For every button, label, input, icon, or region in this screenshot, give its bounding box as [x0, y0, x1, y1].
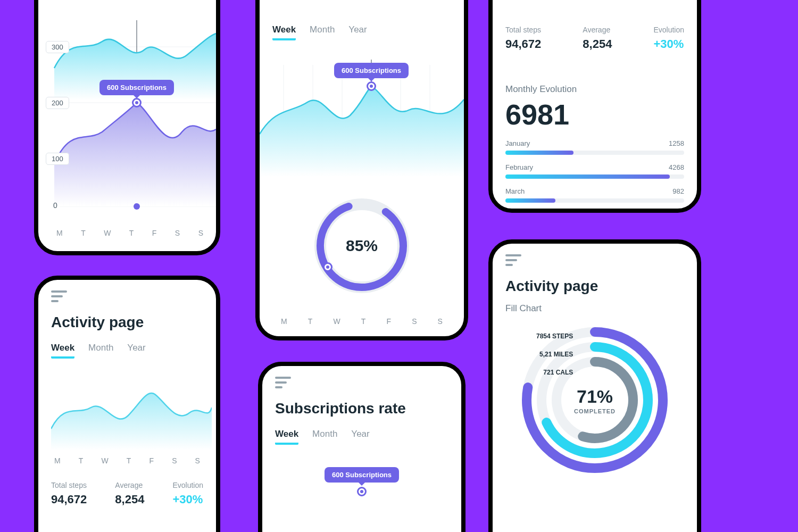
- stat-value: +30%: [653, 37, 684, 51]
- stat-label: Total steps: [505, 26, 541, 34]
- ring-center: 71% COMPLETED: [515, 320, 675, 480]
- section-title: Monthly Evolution: [505, 84, 684, 95]
- day-t: T: [79, 456, 84, 465]
- bar-february: February4268: [505, 163, 684, 179]
- bar-value: 4268: [669, 163, 684, 171]
- day-w: W: [104, 229, 111, 237]
- range-tabs: Week Month Year: [51, 343, 203, 359]
- section-title: Fill Chart: [505, 303, 684, 314]
- page-title: Subscriptions rate: [275, 400, 448, 417]
- day-f: F: [149, 456, 154, 465]
- axis-marker-dot: [134, 203, 140, 210]
- stat-value: 8,254: [115, 493, 144, 506]
- stat-evolution: Evolution +30%: [653, 26, 684, 51]
- tab-week[interactable]: Week: [272, 24, 296, 40]
- monthly-value: 6981: [505, 98, 684, 131]
- chart-highlight-dot: [367, 81, 376, 91]
- tab-year[interactable]: Year: [351, 429, 369, 445]
- range-tabs: Week Month Year: [272, 24, 451, 40]
- tab-month[interactable]: Month: [88, 343, 113, 359]
- menu-icon[interactable]: [505, 254, 521, 266]
- day-m: M: [56, 229, 63, 237]
- stat-label: Average: [115, 481, 144, 489]
- bar-january: January1258: [505, 139, 684, 155]
- tab-month[interactable]: Month: [310, 24, 335, 40]
- stat-average: Average 8,254: [115, 481, 144, 506]
- x-axis: M T W T F S S: [53, 229, 206, 237]
- range-tabs: Week Month Year: [275, 429, 448, 445]
- menu-icon[interactable]: [51, 290, 67, 302]
- ytick-0: 0: [53, 201, 57, 210]
- page-title: Activity page: [505, 278, 684, 295]
- stats-row: Total steps 94,672 Average 8,254 Evoluti…: [505, 26, 684, 51]
- stat-total: Total steps 94,672: [505, 26, 541, 51]
- day-s2: S: [195, 456, 200, 465]
- stat-average: Average 8,254: [583, 26, 612, 51]
- center-sub: COMPLETED: [574, 408, 616, 414]
- card-monthly-evolution: Total steps 94,672 Average 8,254 Evoluti…: [488, 0, 701, 213]
- x-axis: M T W T F S S: [51, 456, 203, 465]
- chart-tooltip: 600 Subscriptions: [99, 80, 174, 95]
- day-s2: S: [198, 229, 203, 237]
- bar-label: March: [505, 187, 525, 195]
- stat-evolution: Evolution +30%: [172, 481, 203, 506]
- stat-value: 8,254: [583, 37, 612, 51]
- day-t2: T: [127, 456, 131, 465]
- day-m: M: [281, 317, 287, 326]
- tab-week[interactable]: Week: [51, 343, 74, 359]
- chart-preview: 600 Subscriptions: [275, 467, 448, 510]
- day-m: M: [54, 456, 61, 465]
- day-t: T: [308, 317, 313, 326]
- stat-total: Total steps 94,672: [51, 481, 87, 506]
- radial-progress: 7854 STEPS 5,21 MILES 721 CALS 71% COMPL…: [515, 320, 675, 480]
- day-s2: S: [438, 317, 443, 326]
- day-s: S: [175, 229, 180, 237]
- day-t2: T: [129, 229, 134, 237]
- bar-value: 982: [672, 187, 684, 195]
- stat-value: 94,672: [51, 493, 87, 506]
- card-activity-page: Activity page Week Month Year M T W T F: [34, 276, 220, 532]
- day-w: W: [333, 317, 340, 326]
- chart-svg: [38, 4, 216, 228]
- area-chart: [51, 370, 203, 450]
- ytick-200: 200: [46, 97, 69, 109]
- bar-label: February: [505, 163, 533, 171]
- bar-march: March982: [505, 187, 684, 203]
- bar-value: 1258: [669, 139, 684, 147]
- chart-highlight-dot: [132, 98, 142, 107]
- card-week-chart-donut: Week Month Year 600 Subscriptions: [255, 0, 468, 340]
- dual-area-chart: 300 200 100 0 600 Subscriptions: [38, 4, 216, 228]
- card-subscriptions-rate: Subscriptions rate Week Month Year 600 S…: [258, 362, 466, 532]
- day-w: W: [101, 456, 108, 465]
- stat-label: Average: [583, 26, 612, 34]
- tab-month[interactable]: Month: [312, 429, 337, 445]
- chart-tooltip: 600 Subscriptions: [334, 63, 409, 78]
- chart-highlight-dot: [357, 487, 367, 496]
- stat-label: Evolution: [172, 481, 203, 489]
- tab-year[interactable]: Year: [127, 343, 145, 359]
- stat-label: Total steps: [51, 481, 87, 489]
- ytick-100: 100: [46, 153, 69, 165]
- card-subscriptions-chart: 300 200 100 0 600 Subscriptions M T W T …: [34, 0, 220, 255]
- page-title: Activity page: [51, 314, 203, 331]
- donut-percent: 85%: [309, 193, 415, 299]
- tab-year[interactable]: Year: [348, 24, 367, 40]
- menu-icon[interactable]: [275, 377, 291, 388]
- bar-label: January: [505, 139, 530, 147]
- center-percent: 71%: [577, 386, 613, 407]
- stat-value: 94,672: [505, 37, 541, 51]
- day-t: T: [81, 229, 86, 237]
- day-f: F: [152, 229, 157, 237]
- stat-value: +30%: [172, 493, 203, 506]
- stat-label: Evolution: [653, 26, 684, 34]
- stats-row: Total steps 94,672 Average 8,254 Evoluti…: [51, 481, 203, 506]
- tab-week[interactable]: Week: [275, 429, 298, 445]
- progress-donut: 85%: [309, 193, 415, 299]
- chart-tooltip: 600 Subscriptions: [325, 467, 399, 483]
- day-s: S: [412, 317, 417, 326]
- x-axis: M T W T F S S: [260, 317, 464, 326]
- day-f: F: [386, 317, 391, 326]
- area-chart: 600 Subscriptions: [260, 54, 464, 177]
- day-s: S: [172, 456, 177, 465]
- day-t2: T: [361, 317, 366, 326]
